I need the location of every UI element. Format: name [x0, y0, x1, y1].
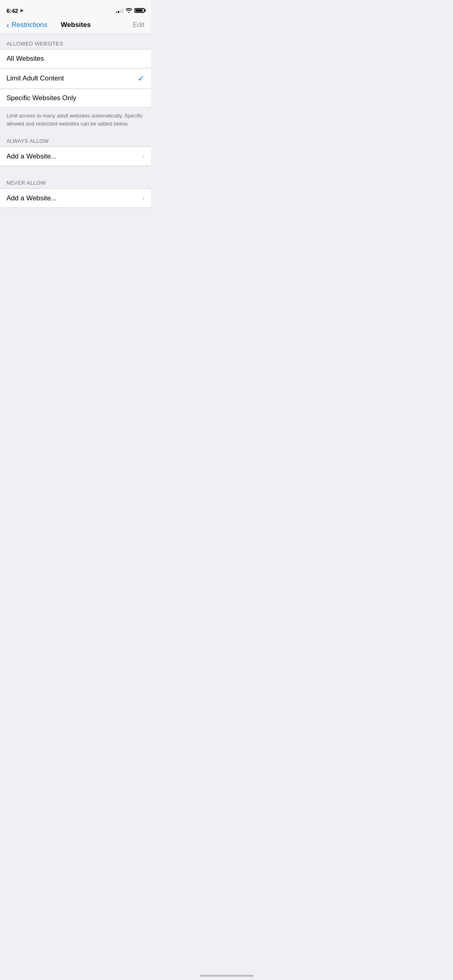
specific-websites-row[interactable]: Specific Websites Only — [0, 89, 151, 107]
limit-adult-row[interactable]: Limit Adult Content ✓ — [0, 68, 151, 89]
allowed-websites-group: All Websites Limit Adult Content ✓ Speci… — [0, 49, 151, 108]
never-allow-header: NEVER ALLOW — [0, 173, 151, 188]
content-area: ALLOWED WEBSITES All Websites Limit Adul… — [0, 34, 151, 319]
back-button[interactable]: ‹ Restrictions — [6, 21, 47, 29]
never-allow-group: Add a Website... › — [0, 188, 151, 208]
description-text: Limit access to many adult websites auto… — [6, 112, 145, 128]
always-allow-group: Add a Website... › — [0, 146, 151, 166]
status-time: 6:42 ➤ — [6, 7, 23, 14]
always-allow-add-label: Add a Website... — [6, 152, 56, 161]
limit-adult-checkmark: ✓ — [138, 74, 145, 83]
back-label: Restrictions — [12, 21, 48, 29]
location-icon: ➤ — [20, 8, 23, 13]
status-bar: 6:42 ➤ — [0, 0, 151, 18]
back-chevron-icon: ‹ — [6, 21, 9, 29]
specific-websites-label: Specific Websites Only — [6, 94, 77, 102]
edit-button[interactable]: Edit — [104, 21, 145, 29]
status-icons — [116, 8, 145, 13]
limit-adult-label: Limit Adult Content — [6, 74, 64, 82]
all-websites-label: All Websites — [6, 55, 44, 63]
always-allow-add-row[interactable]: Add a Website... › — [0, 147, 151, 166]
always-allow-chevron-icon: › — [142, 152, 145, 161]
always-allow-header: ALWAYS ALLOW — [0, 132, 151, 146]
never-allow-add-row[interactable]: Add a Website... › — [0, 189, 151, 208]
never-allow-chevron-icon: › — [142, 194, 145, 202]
all-websites-row[interactable]: All Websites — [0, 49, 151, 68]
page-title: Websites — [47, 21, 104, 29]
battery-icon — [134, 8, 145, 13]
description-area: Limit access to many adult websites auto… — [0, 108, 151, 132]
time-display: 6:42 — [6, 7, 18, 14]
signal-icon — [116, 8, 123, 13]
allowed-websites-header: ALLOWED WEBSITES — [0, 34, 151, 49]
never-allow-add-label: Add a Website... — [6, 194, 56, 202]
section-gap — [0, 166, 151, 173]
wifi-icon — [126, 8, 132, 13]
nav-bar: ‹ Restrictions Websites Edit — [0, 18, 151, 34]
